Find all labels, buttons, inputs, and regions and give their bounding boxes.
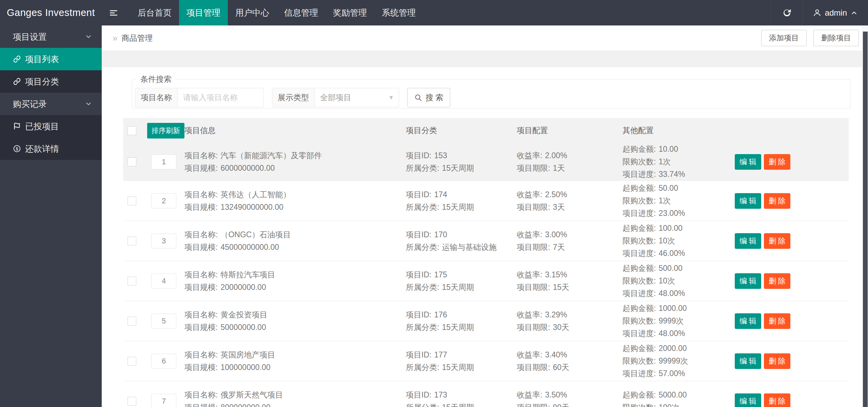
sort-order-input[interactable] bbox=[151, 354, 176, 369]
user-menu[interactable]: admin bbox=[802, 0, 868, 25]
cell-actions: 编 辑 删 除 bbox=[735, 233, 849, 249]
cell-project-config: 收益率:2.00% 项目期限:1天 bbox=[517, 149, 623, 174]
project-name-group: 项目名称 bbox=[135, 88, 264, 107]
cell-actions: 编 辑 删 除 bbox=[735, 313, 849, 329]
sidebar-item[interactable]: 项目设置 bbox=[0, 25, 102, 48]
link-icon bbox=[13, 55, 21, 63]
edit-button[interactable]: 编 辑 bbox=[735, 393, 761, 407]
cell-other-config: 起购金额:100.00 限购次数:10次 项目进度:46.00% bbox=[623, 222, 735, 260]
row-checkbox[interactable] bbox=[127, 237, 136, 245]
col-header-category: 项目分类 bbox=[406, 125, 517, 136]
delete-button[interactable]: 删 除 bbox=[764, 233, 790, 249]
edit-button[interactable]: 编 辑 bbox=[735, 193, 761, 209]
breadcrumb-bar: » 商品管理 添加项目 删除项目 bbox=[102, 25, 862, 51]
cell-project-config: 收益率:3.29% 项目期限:30天 bbox=[517, 309, 623, 334]
cell-other-config: 起购金额:2000.00 限购次数:99999次 项目进度:57.00% bbox=[623, 342, 735, 380]
refresh-button[interactable] bbox=[771, 0, 802, 25]
search-button[interactable]: 搜 索 bbox=[407, 88, 450, 107]
delete-button[interactable]: 删 除 bbox=[764, 313, 790, 329]
sidebar-item[interactable]: 项目列表 bbox=[0, 48, 102, 70]
search-panel-title: 条件搜索 bbox=[137, 74, 175, 85]
page-actions: 添加项目 删除项目 bbox=[761, 30, 859, 46]
sort-order-input[interactable] bbox=[151, 274, 176, 289]
dollar-icon: $ bbox=[13, 145, 21, 153]
sort-order-input[interactable] bbox=[151, 394, 176, 407]
sort-order-input[interactable] bbox=[151, 154, 176, 169]
project-name-input[interactable] bbox=[178, 88, 263, 107]
delete-button[interactable]: 删 除 bbox=[764, 353, 790, 369]
cell-other-config: 起购金额:50.00 限购次数:1次 项目进度:23.00% bbox=[623, 182, 735, 220]
edit-button[interactable]: 编 辑 bbox=[735, 313, 761, 329]
link-icon bbox=[13, 77, 21, 86]
nav-item[interactable]: 项目管理 bbox=[179, 0, 228, 25]
cell-project-category: 项目ID:173 所属分类:15天周期 bbox=[406, 389, 517, 407]
edit-button[interactable]: 编 辑 bbox=[735, 273, 761, 289]
main-nav: 后台首页 项目管理 用户中心 信息管理 奖励管理 系统管理 bbox=[130, 0, 423, 25]
col-header-other: 其他配置 bbox=[623, 125, 735, 136]
breadcrumb: » 商品管理 bbox=[113, 33, 153, 43]
delete-button[interactable]: 删 除 bbox=[764, 193, 790, 209]
select-arrow-icon: ▼ bbox=[388, 94, 394, 101]
add-project-button[interactable]: 添加项目 bbox=[761, 30, 807, 46]
row-checkbox[interactable] bbox=[127, 357, 136, 366]
cell-project-config: 收益率:2.50% 项目期限:3天 bbox=[517, 188, 623, 214]
sidebar-item[interactable]: 项目分类 bbox=[0, 70, 102, 93]
row-checkbox[interactable] bbox=[127, 317, 136, 326]
cell-actions: 编 辑 删 除 bbox=[735, 353, 849, 369]
vertical-scrollbar[interactable] bbox=[862, 25, 868, 407]
sidebar-item[interactable]: 已投项目 bbox=[0, 115, 102, 137]
project-table: 排序刷新 项目信息 项目分类 项目配置 其他配置 项目名称:汽车（新能源汽车）及… bbox=[123, 118, 849, 407]
scrollbar-thumb[interactable] bbox=[863, 32, 868, 407]
hamburger-icon bbox=[109, 8, 118, 18]
table-body: 项目名称:汽车（新能源汽车）及零部件 项目规模:6000000000.00 项目… bbox=[123, 143, 849, 407]
search-panel: 条件搜索 项目名称 展示类型 全部项目 ▼ bbox=[132, 74, 850, 109]
delete-button[interactable]: 删 除 bbox=[764, 393, 790, 407]
nav-item[interactable]: 用户中心 bbox=[228, 0, 277, 25]
cell-other-config: 起购金额:500.00 限购次数:10次 项目进度:48.00% bbox=[623, 262, 735, 300]
sort-order-input[interactable] bbox=[151, 234, 176, 248]
edit-button[interactable]: 编 辑 bbox=[735, 233, 761, 249]
table-row: 项目名称:特斯拉汽车项目 项目规模:20000000.00 项目ID:175 所… bbox=[123, 261, 849, 301]
delete-button[interactable]: 删 除 bbox=[764, 273, 790, 289]
nav-item[interactable]: 后台首页 bbox=[130, 0, 179, 25]
col-header-info: 项目信息 bbox=[184, 125, 406, 136]
sidebar: 项目设置 项目列表 项目分类 购买记录 已投项目 $ 还款详情 bbox=[0, 25, 102, 407]
row-checkbox[interactable] bbox=[127, 158, 136, 166]
cell-project-category: 项目ID:174 所属分类:15天周期 bbox=[406, 188, 517, 214]
edit-button[interactable]: 编 辑 bbox=[735, 353, 761, 369]
row-checkbox[interactable] bbox=[127, 397, 136, 406]
sidebar-item[interactable]: $ 还款详情 bbox=[0, 137, 102, 160]
chevron-up-icon bbox=[850, 9, 858, 17]
display-type-select[interactable]: 全部项目 ▼ bbox=[315, 88, 399, 107]
username: admin bbox=[825, 8, 847, 18]
refresh-icon bbox=[782, 8, 792, 18]
nav-item[interactable]: 系统管理 bbox=[374, 0, 423, 25]
row-checkbox[interactable] bbox=[127, 197, 136, 205]
table-row: 项目名称:黄金投资项目 项目规模:50000000.00 项目ID:176 所属… bbox=[123, 301, 849, 341]
edit-button[interactable]: 编 辑 bbox=[735, 154, 761, 170]
display-type-group: 展示类型 全部项目 ▼ bbox=[272, 88, 399, 107]
sidebar-item[interactable]: 购买记录 bbox=[0, 93, 102, 115]
cell-other-config: 起购金额:1000.00 限购次数:9999次 项目进度:48.00% bbox=[623, 302, 735, 340]
cell-actions: 编 辑 删 除 bbox=[735, 393, 849, 407]
content-card: 条件搜索 项目名称 展示类型 全部项目 ▼ bbox=[102, 67, 862, 407]
cell-project-info: 项目名称:俄罗斯天然气项目 项目规模:800000000.00 bbox=[184, 389, 406, 407]
sort-refresh-button[interactable]: 排序刷新 bbox=[147, 123, 184, 138]
row-checkbox[interactable] bbox=[127, 277, 136, 285]
breadcrumb-arrow-icon: » bbox=[113, 34, 117, 42]
table-row: 项目名称:英国房地产项目 项目规模:100000000.00 项目ID:177 … bbox=[123, 341, 849, 381]
cell-project-info: 项目名称:汽车（新能源汽车）及零部件 项目规模:6000000000.00 bbox=[184, 149, 406, 174]
select-all-checkbox[interactable] bbox=[127, 126, 136, 135]
delete-project-button[interactable]: 删除项目 bbox=[813, 30, 859, 46]
col-header-config: 项目配置 bbox=[517, 125, 623, 136]
sort-order-input[interactable] bbox=[151, 314, 176, 329]
brand-logo: Ganges Investment bbox=[0, 0, 102, 25]
sidebar-toggle[interactable] bbox=[102, 0, 125, 25]
nav-item[interactable]: 信息管理 bbox=[277, 0, 326, 25]
nav-item[interactable]: 奖励管理 bbox=[326, 0, 374, 25]
user-icon bbox=[813, 8, 822, 17]
cell-project-config: 收益率:3.15% 项目期限:15天 bbox=[517, 269, 623, 294]
delete-button[interactable]: 删 除 bbox=[764, 154, 790, 170]
cell-other-config: 起购金额:10.00 限购次数:1次 项目进度:33.74% bbox=[623, 143, 735, 181]
sort-order-input[interactable] bbox=[151, 193, 176, 208]
